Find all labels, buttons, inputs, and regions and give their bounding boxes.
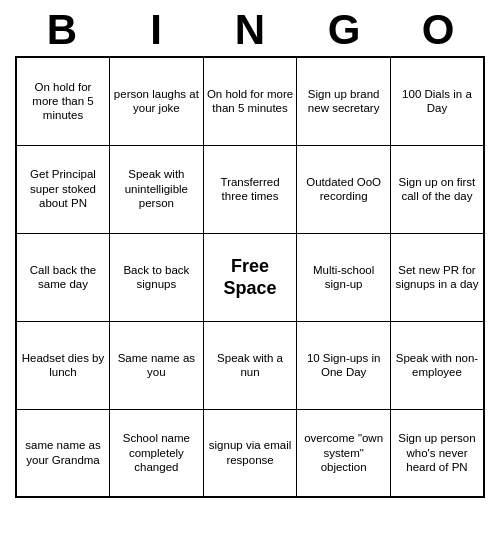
cell-r2-c0[interactable]: Call back the same day (16, 233, 110, 321)
cell-r0-c1[interactable]: person laughs at your joke (110, 57, 204, 145)
cell-r1-c4[interactable]: Sign up on first call of the day (390, 145, 484, 233)
cell-r2-c1[interactable]: Back to back signups (110, 233, 204, 321)
cell-r2-c2[interactable]: Free Space (203, 233, 297, 321)
cell-r0-c4[interactable]: 100 Dials in a Day (390, 57, 484, 145)
cell-r1-c2[interactable]: Transferred three times (203, 145, 297, 233)
cell-r4-c0[interactable]: same name as your Grandma (16, 409, 110, 497)
bingo-grid: On hold for more than 5 minutesperson la… (15, 56, 485, 498)
letter-i: I (116, 6, 196, 54)
cell-r4-c2[interactable]: signup via email response (203, 409, 297, 497)
cell-r4-c1[interactable]: School name completely changed (110, 409, 204, 497)
cell-r1-c3[interactable]: Outdated OoO recording (297, 145, 391, 233)
cell-r4-c3[interactable]: overcome "own system" objection (297, 409, 391, 497)
cell-r1-c0[interactable]: Get Principal super stoked about PN (16, 145, 110, 233)
cell-r3-c2[interactable]: Speak with a nun (203, 321, 297, 409)
cell-r3-c1[interactable]: Same name as you (110, 321, 204, 409)
cell-r3-c0[interactable]: Headset dies by lunch (16, 321, 110, 409)
cell-r1-c1[interactable]: Speak with unintelligible person (110, 145, 204, 233)
cell-r2-c4[interactable]: Set new PR for signups in a day (390, 233, 484, 321)
cell-r4-c4[interactable]: Sign up person who's never heard of PN (390, 409, 484, 497)
cell-r3-c3[interactable]: 10 Sign-ups in One Day (297, 321, 391, 409)
cell-r3-c4[interactable]: Speak with non-employee (390, 321, 484, 409)
cell-r0-c3[interactable]: Sign up brand new secretary (297, 57, 391, 145)
cell-r0-c2[interactable]: On hold for more than 5 minutes (203, 57, 297, 145)
letter-g: G (304, 6, 384, 54)
bingo-header: B I N G O (15, 0, 485, 56)
cell-r0-c0[interactable]: On hold for more than 5 minutes (16, 57, 110, 145)
letter-n: N (210, 6, 290, 54)
letter-o: O (398, 6, 478, 54)
letter-b: B (22, 6, 102, 54)
cell-r2-c3[interactable]: Multi-school sign-up (297, 233, 391, 321)
